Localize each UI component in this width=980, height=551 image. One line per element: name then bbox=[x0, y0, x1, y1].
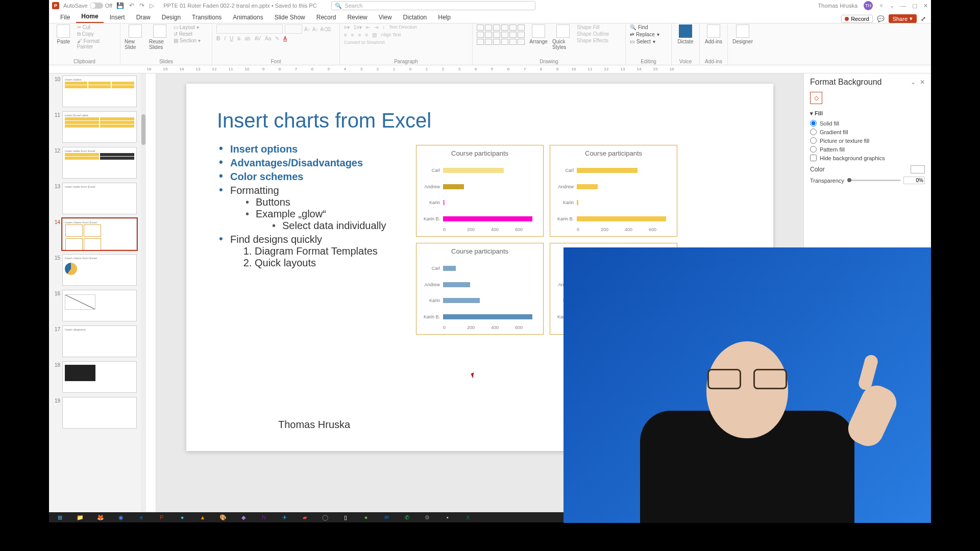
task-whatsapp-icon[interactable]: ✆ bbox=[398, 513, 415, 521]
decrease-font-icon[interactable]: A↓ bbox=[312, 27, 318, 32]
share-button[interactable]: Share▾ bbox=[889, 14, 917, 23]
tab-record[interactable]: Record bbox=[311, 12, 341, 23]
opt-gradient-fill[interactable]: Gradient fill bbox=[810, 129, 925, 135]
indent-decrease-button[interactable]: ⇤ bbox=[366, 24, 370, 30]
tab-dictation[interactable]: Dictation bbox=[398, 12, 432, 23]
copy-button[interactable]: ⧉ Copy bbox=[77, 31, 116, 37]
shadow-button[interactable]: ab bbox=[244, 36, 250, 41]
font-family-dropdown[interactable] bbox=[216, 24, 283, 34]
thumb-12[interactable]: 12Insert table from Excel bbox=[51, 147, 137, 179]
task-edge-icon[interactable]: e bbox=[133, 513, 150, 521]
pane-options-icon[interactable]: ⌄ bbox=[911, 79, 916, 86]
record-button[interactable]: Record bbox=[841, 15, 872, 23]
task-settings-icon[interactable]: ⚙ bbox=[419, 513, 436, 521]
task-paint-icon[interactable]: 🎨 bbox=[214, 513, 232, 521]
slider-knob[interactable] bbox=[847, 178, 851, 182]
radio-solid[interactable] bbox=[810, 120, 817, 127]
task-snagit-icon[interactable]: ● bbox=[174, 513, 191, 521]
close-icon[interactable]: ✕ bbox=[923, 3, 928, 9]
numbering-button[interactable]: 1≡▾ bbox=[354, 24, 362, 30]
arrange-button[interactable]: Arrange bbox=[528, 24, 549, 44]
reset-button[interactable]: ↺ Reset bbox=[174, 31, 201, 37]
fill-section-toggle[interactable]: ▾ Fill bbox=[810, 110, 925, 117]
search-input[interactable]: 🔍 Search bbox=[331, 1, 535, 10]
find-button[interactable]: 🔍 Find bbox=[630, 24, 659, 30]
tab-design[interactable]: Design bbox=[157, 12, 186, 23]
task-telegram-icon[interactable]: ✈ bbox=[276, 513, 293, 521]
section-button[interactable]: ▤ Section ▾ bbox=[174, 38, 201, 43]
quick-styles-button[interactable]: Quick Styles bbox=[552, 24, 574, 50]
pane-close-icon[interactable]: ✕ bbox=[920, 79, 925, 86]
opt-hide-bg[interactable]: Hide background graphics bbox=[810, 155, 925, 161]
transparency-slider[interactable] bbox=[847, 180, 900, 181]
autosave-toggle[interactable]: AutoSave Off bbox=[63, 3, 112, 9]
task-anydesk-icon[interactable]: ▰ bbox=[296, 513, 313, 521]
present-icon[interactable]: ⤢ bbox=[921, 15, 926, 22]
tab-review[interactable]: Review bbox=[342, 12, 372, 23]
designer-button[interactable]: Designer bbox=[732, 24, 753, 44]
thumb-19[interactable]: 19 bbox=[51, 397, 137, 429]
radio-gradient[interactable] bbox=[810, 129, 817, 135]
task-chrome-icon[interactable]: ◉ bbox=[112, 513, 130, 521]
autosave-switch[interactable] bbox=[90, 3, 103, 9]
italic-button[interactable]: I bbox=[224, 36, 226, 41]
task-vlc-icon[interactable]: ▲ bbox=[194, 513, 211, 521]
tab-file[interactable]: File bbox=[55, 12, 75, 23]
align-text-button[interactable]: Align Text bbox=[381, 32, 401, 38]
slideshow-icon[interactable]: ▷ bbox=[150, 2, 154, 9]
font-size-dropdown[interactable] bbox=[285, 24, 302, 34]
task-cmd-icon[interactable]: ▪ bbox=[439, 513, 456, 521]
radio-picture[interactable] bbox=[810, 137, 817, 144]
case-button[interactable]: Aa bbox=[265, 36, 271, 41]
text-direction-button[interactable]: Text Direction bbox=[389, 24, 417, 30]
task-powerpoint-icon[interactable]: P bbox=[153, 513, 170, 521]
layout-button[interactable]: ▭ Layout ▾ bbox=[174, 24, 201, 30]
task-camtasia-icon[interactable]: ● bbox=[357, 513, 375, 521]
thumb-11[interactable]: 11Insert Excel table bbox=[51, 111, 137, 143]
font-color-button[interactable]: A bbox=[283, 36, 287, 41]
justify-button[interactable]: ≡ bbox=[365, 32, 369, 38]
task-explorer-icon[interactable]: 📁 bbox=[71, 513, 89, 521]
align-center-button[interactable]: ≡ bbox=[351, 32, 354, 38]
opt-pattern-fill[interactable]: Pattern fill bbox=[810, 146, 925, 153]
shape-fill-button[interactable]: Shape Fill bbox=[577, 24, 609, 30]
tab-transitions[interactable]: Transitions bbox=[187, 12, 227, 23]
line-spacing-button[interactable]: ↕ bbox=[382, 24, 385, 30]
minimize-icon[interactable]: — bbox=[900, 3, 906, 9]
task-outlook-icon[interactable]: ✉ bbox=[378, 513, 395, 521]
user-avatar[interactable]: TH bbox=[864, 1, 873, 10]
thumbnail-scrollbar[interactable] bbox=[141, 73, 146, 513]
undo-icon[interactable]: ↶ bbox=[129, 2, 134, 9]
thumb-10[interactable]: 10Insert tables bbox=[51, 76, 137, 107]
new-slide-button[interactable]: New Slide bbox=[125, 24, 146, 50]
clear-format-icon[interactable]: A⌫ bbox=[320, 27, 331, 32]
thumb-17[interactable]: 17Insert diagrams bbox=[51, 325, 137, 357]
save-icon[interactable]: 💾 bbox=[116, 2, 124, 9]
tab-home[interactable]: Home bbox=[76, 11, 103, 23]
opt-solid-fill[interactable]: Solid fill bbox=[810, 120, 925, 127]
transparency-input[interactable] bbox=[903, 177, 925, 184]
maximize-icon[interactable]: ▢ bbox=[912, 3, 917, 9]
color-swatch-button[interactable] bbox=[911, 165, 925, 173]
start-button[interactable]: ⊞ bbox=[51, 513, 68, 521]
thumb-13[interactable]: 13Insert table from Excel bbox=[51, 183, 137, 214]
cut-button[interactable]: ✂ Cut bbox=[77, 24, 116, 30]
replace-button[interactable]: ⇄ Replace ▾ bbox=[630, 32, 659, 37]
tab-insert[interactable]: Insert bbox=[105, 12, 130, 23]
check-hide-bg[interactable] bbox=[810, 155, 817, 161]
tab-help[interactable]: Help bbox=[433, 12, 456, 23]
task-onenote-icon[interactable]: N bbox=[255, 513, 273, 521]
format-painter-button[interactable]: 🖌 Format Painter bbox=[77, 38, 116, 49]
task-app-icon[interactable]: ◆ bbox=[235, 513, 252, 521]
shapes-gallery[interactable] bbox=[477, 24, 525, 45]
tab-animations[interactable]: Animations bbox=[228, 12, 268, 23]
select-button[interactable]: ▭ Select ▾ bbox=[630, 39, 659, 44]
task-firefox-icon[interactable]: 🦊 bbox=[92, 513, 109, 521]
convert-smartart-button[interactable]: Convert to SmartArt bbox=[344, 40, 385, 45]
bullets-button[interactable]: ≡▾ bbox=[344, 24, 350, 30]
scrollbar-thumb[interactable] bbox=[141, 114, 145, 145]
indent-increase-button[interactable]: ⇥ bbox=[374, 24, 378, 30]
underline-button[interactable]: U bbox=[230, 36, 233, 41]
thumb-16[interactable]: 16 bbox=[51, 290, 137, 321]
thumb-14[interactable]: 14Insert charts from Excel bbox=[51, 218, 137, 250]
